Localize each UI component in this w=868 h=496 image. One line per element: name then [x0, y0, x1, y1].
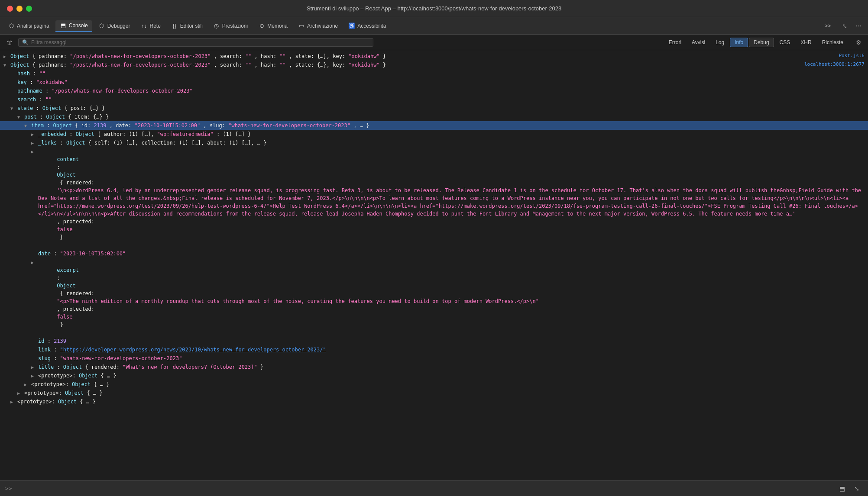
filter-debug[interactable]: Debug	[749, 38, 774, 47]
page-icon: ⬡	[8, 23, 15, 29]
perf-icon: ◷	[213, 23, 220, 29]
expand-arrow[interactable]	[31, 131, 37, 138]
tab-memoria[interactable]: ⊙ Memoria	[254, 21, 292, 31]
console-row[interactable]: search : ""	[0, 95, 868, 104]
row-content: Object { pathname: "/post/whats-new-for-…	[10, 52, 832, 60]
console-row[interactable]: <prototype>: Object { … }	[0, 397, 868, 406]
console-row[interactable]: slug : "whats-new-for-developers-october…	[0, 354, 868, 363]
tab-archiviazione[interactable]: ▭ Archiviazione	[294, 21, 342, 31]
toolbar: ⬡ Analisi pagina ⬒ Console ⬡ Debugger ↑↓…	[0, 17, 868, 35]
expand-arrow[interactable]	[31, 373, 37, 379]
expand-arrow[interactable]	[31, 259, 37, 266]
console-icon: ⬒	[839, 485, 845, 492]
filter-input-wrap: 🔍	[18, 38, 373, 47]
filter-info[interactable]: Info	[730, 38, 748, 47]
title-bar: Strumenti di sviluppo – React App – http…	[0, 0, 868, 17]
console-row[interactable]: hash : ""	[0, 69, 868, 78]
more-tools-button[interactable]: >>	[820, 21, 835, 31]
console-row[interactable]: <prototype>: Object { … }	[0, 380, 868, 389]
filter-xhr[interactable]: XHR	[796, 38, 816, 47]
expand-arrow[interactable]	[24, 381, 30, 388]
row-content: search : ""	[17, 96, 865, 103]
row-content: hash : ""	[17, 70, 865, 77]
debugger-icon: ⬡	[98, 23, 105, 29]
filter-errori[interactable]: Errori	[664, 38, 686, 47]
row-source[interactable]: Post.js:6	[832, 52, 865, 60]
console-row[interactable]: link : "https://developer.wordpress.org/…	[0, 345, 868, 354]
resize-button[interactable]: ⤡	[851, 483, 863, 495]
row-source[interactable]: localhost:3000:1:2677	[797, 61, 865, 68]
tab-archiviazione-label: Archiviazione	[307, 23, 338, 29]
tab-editor-label: Editor stili	[180, 23, 203, 29]
close-button[interactable]	[7, 6, 13, 12]
clear-console-button[interactable]: 🗑	[3, 36, 16, 48]
row-content: <prototype>: Object { … }	[31, 380, 865, 388]
expand-arrow[interactable]	[31, 140, 37, 146]
console-prompt: >>	[5, 485, 12, 492]
expand-arrow[interactable]	[31, 364, 37, 370]
filter-bar: 🗑 🔍 Errori Avvisi Log Info Debug CSS XHR…	[0, 35, 868, 50]
console-row[interactable]: Object { pathname: "/post/whats-new-for-…	[0, 52, 868, 61]
row-content: <prototype>: Object { … }	[24, 389, 865, 397]
tab-debugger[interactable]: ⬡ Debugger	[94, 21, 135, 31]
expand-button[interactable]: ⤡	[839, 20, 851, 32]
console-row[interactable]: post : Object { item: {…} }	[0, 113, 868, 121]
console-row[interactable]: Object { pathname: "/post/whats-new-for-…	[0, 61, 868, 69]
row-content: id : 2139	[38, 337, 865, 345]
console-toggle-button[interactable]: ⬒	[836, 483, 848, 495]
expand-arrow[interactable]	[10, 105, 16, 112]
console-row[interactable]: title : Object { rendered: "What's new f…	[0, 363, 868, 371]
tab-accessibilita-label: Accessibilità	[357, 23, 386, 29]
row-content: key : "xokidahw"	[17, 78, 865, 86]
expand-arrow[interactable]	[17, 114, 23, 120]
maximize-button[interactable]	[26, 6, 32, 12]
filter-input[interactable]	[31, 39, 369, 45]
console-row[interactable]: id : 2139	[0, 337, 868, 345]
console-row[interactable]: _embedded : Object { author: (1) […], "w…	[0, 130, 868, 138]
expand-arrow[interactable]	[3, 62, 10, 68]
row-content: item : Object { id: 2139 , date: "2023-1…	[31, 122, 865, 129]
console-row[interactable]: <prototype>: Object { … }	[0, 389, 868, 397]
row-content: date : "2023-10-10T15:02:00"	[38, 250, 865, 258]
expand-arrow[interactable]	[17, 390, 23, 396]
more-tools-label: >>	[825, 23, 831, 29]
tab-accessibilita[interactable]: ♿ Accessibilità	[344, 21, 390, 31]
memory-icon: ⊙	[258, 23, 265, 29]
row-content: excerpt : Object { rendered: "<p>The nin…	[38, 258, 865, 336]
traffic-lights	[7, 6, 32, 12]
menu-button[interactable]: ⋯	[852, 20, 865, 32]
tab-debugger-label: Debugger	[107, 23, 130, 29]
tab-prestazioni[interactable]: ◷ Prestazioni	[209, 21, 252, 31]
link-value[interactable]: "https://developer.wordpress.org/news/20…	[60, 347, 326, 353]
tab-analisi[interactable]: ⬡ Analisi pagina	[3, 21, 54, 31]
console-output: Object { pathname: "/post/whats-new-for-…	[0, 50, 868, 480]
filter-richieste[interactable]: Richieste	[817, 38, 848, 47]
filter-avvisi[interactable]: Avvisi	[687, 38, 710, 47]
row-content: <prototype>: Object { … }	[38, 372, 865, 380]
expand-arrow[interactable]	[3, 53, 10, 60]
console-row[interactable]: item : Object { id: 2139 , date: "2023-1…	[0, 121, 868, 130]
filter-buttons: Errori Avvisi Log Info Debug CSS XHR Ric…	[664, 38, 848, 47]
tab-rete-label: Rete	[149, 23, 160, 29]
filter-css[interactable]: CSS	[775, 38, 795, 47]
console-row[interactable]: pathname : "/post/whats-new-for-develope…	[0, 87, 868, 95]
minimize-button[interactable]	[16, 6, 23, 12]
settings-button[interactable]: ⚙	[852, 36, 865, 48]
console-row[interactable]: _links : Object { self: (1) […], collect…	[0, 138, 868, 147]
tab-console[interactable]: ⬒ Console	[55, 20, 92, 32]
expand-arrow[interactable]	[31, 148, 37, 155]
console-row[interactable]: <prototype>: Object { … }	[0, 371, 868, 380]
console-row[interactable]: state : Object { post: {…} }	[0, 104, 868, 113]
console-row[interactable]: date : "2023-10-10T15:02:00"	[0, 249, 868, 258]
console-row[interactable]: excerpt : Object { rendered: "<p>The nin…	[0, 258, 868, 337]
console-row[interactable]: content : Object { rendered: '\n<p>WordP…	[0, 147, 868, 249]
filter-log[interactable]: Log	[711, 38, 729, 47]
tab-rete[interactable]: ↑↓ Rete	[136, 21, 165, 31]
accessibility-icon: ♿	[348, 23, 355, 29]
expand-arrow[interactable]	[10, 399, 16, 405]
row-content: _links : Object { self: (1) […], collect…	[38, 139, 865, 147]
tab-analisi-label: Analisi pagina	[17, 23, 49, 29]
tab-editor[interactable]: {} Editor stili	[167, 21, 207, 31]
expand-arrow[interactable]	[24, 122, 30, 129]
console-row[interactable]: key : "xokidahw"	[0, 78, 868, 87]
